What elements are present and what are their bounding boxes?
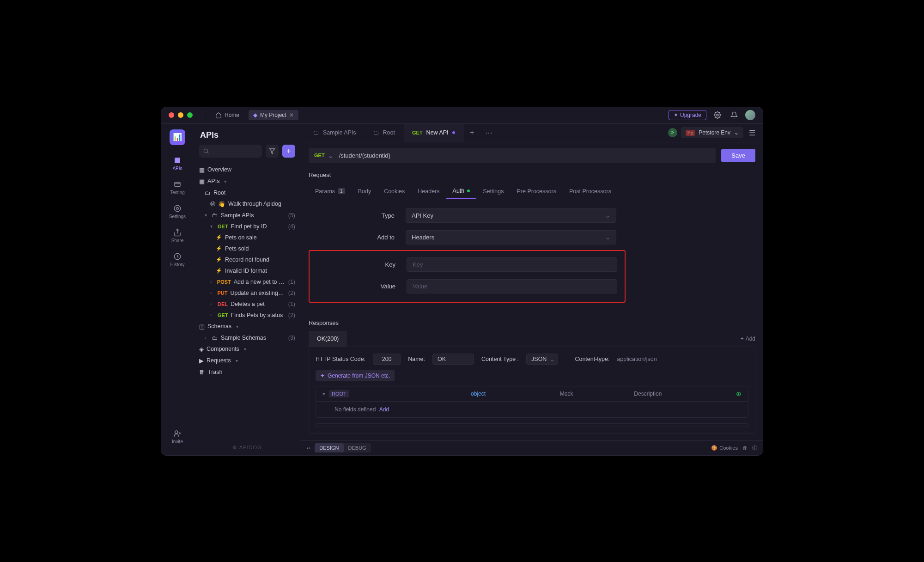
tree-ex-onsale[interactable]: ⚡Pets on sale [194,232,301,243]
generate-from-json-button[interactable]: ✦Generate from JSON etc. [316,370,395,381]
content-header-value: application/json [617,356,657,362]
tab-cookies[interactable]: Cookies [377,184,411,199]
add-field-button[interactable]: ⊕ [723,390,742,397]
tree-delete-pet[interactable]: ›DELDeletes a pet(1) [194,299,301,310]
bottom-bar: ‹‹ DESIGN DEBUG 🍪 Cookies 🗑 ⓘ [301,440,763,455]
type-select[interactable]: API Key⌄ [406,208,616,223]
responses-section-title: Responses [309,319,755,326]
separator [202,111,202,119]
collapse-panel-button[interactable]: ‹‹ [307,445,310,451]
user-avatar[interactable] [745,110,755,120]
app-logo[interactable]: 📊 [170,129,185,145]
chevron-down-icon: ⌄ [734,129,739,136]
close-window-button[interactable] [169,112,174,118]
tab-menu-button[interactable]: ⋯ [480,124,497,142]
highlighted-key-value-region: Key Value [309,250,626,303]
tree-update-pet[interactable]: ›PUTUpdate an existing p…(2) [194,287,301,299]
tree-trash[interactable]: 🗑Trash [194,367,301,378]
design-mode-button[interactable]: DESIGN [315,443,343,452]
tab-new-api[interactable]: GET New API [404,124,464,142]
example-icon: ⚡ [216,234,222,240]
addto-select[interactable]: Headers⌄ [406,230,616,244]
schema-type-link[interactable]: object [471,391,560,397]
rail-history[interactable]: History [164,249,191,271]
tree-sample-apis[interactable]: ▾🗀Sample APIs(5) [194,210,301,221]
rail-apis-label: APIs [172,166,182,171]
tab-root[interactable]: 🗀Root [365,124,404,142]
svg-line-9 [207,152,208,153]
tab-params[interactable]: Params1 [309,184,352,199]
project-breadcrumb[interactable]: ◆ My Project ✕ [249,110,298,120]
tab-headers[interactable]: Headers [411,184,446,199]
url-input[interactable] [334,148,716,163]
tree-add-pet[interactable]: ›POSTAdd a new pet to the…(1) [194,276,301,287]
close-project-icon[interactable]: ✕ [289,112,294,118]
folder-icon: 🗀 [205,189,211,196]
value-input[interactable] [413,283,611,290]
response-name-input[interactable] [432,354,474,365]
debug-mode-button[interactable]: DEBUG [344,443,371,452]
project-name: My Project [260,112,286,118]
tree-ex-invalid[interactable]: ⚡Invalid ID format [194,265,301,276]
filter-icon [269,148,275,154]
environment-selector[interactable]: Pe Petstore Env ⌄ [681,127,743,138]
tree-overview[interactable]: ▦Overview [194,164,301,176]
tab-auth[interactable]: Auth [446,184,477,199]
trash-icon[interactable]: 🗑 [742,445,748,451]
tab-body[interactable]: Body [352,184,378,199]
svg-point-4 [176,207,179,209]
tab-post-processors[interactable]: Post Processors [563,184,618,199]
tree-components[interactable]: ◈Components▾ [194,343,301,355]
filter-button[interactable] [266,145,279,158]
tab-pre-processors[interactable]: Pre Processors [510,184,562,199]
no-fields-text: No fields defined [334,406,376,413]
help-icon[interactable]: ⓘ [752,445,757,452]
settings-icon[interactable] [712,110,723,121]
example-icon: ⚡ [216,245,222,251]
tree-ex-sold[interactable]: ⚡Pets sold [194,243,301,254]
folder-icon: 🗀 [373,129,379,136]
home-button[interactable]: Home [212,110,243,120]
tree-ex-notfound[interactable]: ⚡Record not found [194,254,301,265]
panel-menu-button[interactable]: ☰ [747,127,757,139]
example-icon: ⚡ [216,257,222,263]
status-code-input[interactable] [373,354,401,365]
notifications-icon[interactable] [729,110,740,121]
upgrade-button[interactable]: ✦ Upgrade [669,110,706,120]
rail-settings[interactable]: Settings [164,201,191,223]
tab-sample-apis[interactable]: 🗀Sample APIs [305,124,365,142]
add-button[interactable]: + [282,145,295,158]
search-input[interactable] [199,145,262,158]
tree-find-pet[interactable]: ▾GETFind pet by ID(4) [194,221,301,232]
tree-apis-section[interactable]: ▦APIs▾ [194,176,301,187]
content-type-select[interactable]: JSON ⌄ [526,354,558,365]
addto-label: Add to [309,234,406,241]
add-response-button[interactable]: +Add [741,336,755,342]
key-input[interactable] [413,261,611,268]
tree-requests[interactable]: ▶Requests▾ [194,355,301,367]
tree-find-status[interactable]: ›GETFinds Pets by status(2) [194,310,301,321]
sidebar: APIs + ▦Overview ▦APIs▾ 🗀Root Ⓜ👋Walk thr… [194,124,301,455]
add-field-link[interactable]: Add [379,406,389,413]
response-tab-ok200[interactable]: OK(200) [309,331,347,347]
minimize-window-button[interactable] [178,112,183,118]
search-icon [203,148,209,154]
cookies-button[interactable]: 🍪 Cookies [711,445,738,451]
rail-testing[interactable]: Testing [164,177,191,199]
tree-root-folder[interactable]: 🗀Root [194,187,301,198]
content-header-label: Content-type: [575,356,609,362]
tree-schemas[interactable]: ◫Schemas▾ [194,321,301,332]
tab-settings[interactable]: Settings [476,184,510,199]
save-button[interactable]: Save [721,149,755,162]
chevron-down-icon: ⌄ [550,356,555,363]
refresh-env-button[interactable]: ⟳ [668,128,677,137]
rail-share[interactable]: Share [164,225,191,247]
rail-invite[interactable]: Invite [164,426,191,448]
folder-icon: 🗀 [212,335,218,341]
maximize-window-button[interactable] [187,112,193,118]
rail-apis[interactable]: APIs [164,153,191,175]
add-tab-button[interactable]: + [464,124,480,142]
svg-marker-10 [269,148,275,153]
tree-walkthrough[interactable]: Ⓜ👋Walk through Apidog [194,198,301,210]
tree-sample-schemas[interactable]: ›🗀Sample Schemas(3) [194,332,301,343]
